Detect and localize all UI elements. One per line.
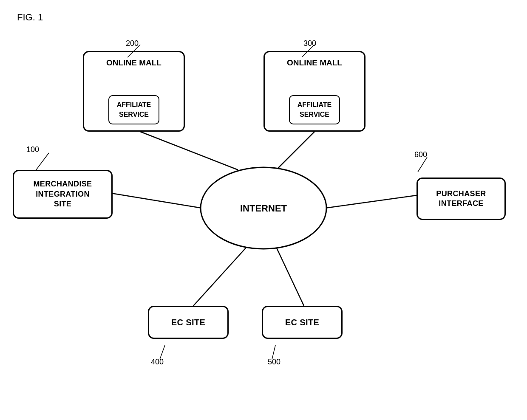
svg-text:INTERNET: INTERNET (240, 203, 287, 214)
svg-line-4 (193, 247, 246, 306)
svg-line-13 (418, 157, 427, 172)
ec-site-1-box: EC SITE (148, 306, 229, 339)
svg-line-1 (325, 195, 416, 208)
ref-400: 400 (151, 358, 164, 366)
affiliate-service-2-box: AFFILIATESERVICE (289, 95, 340, 124)
svg-line-5 (276, 247, 304, 306)
svg-line-0 (111, 193, 202, 208)
merchandise-integration-site-box: MERCHANDISEINTEGRATIONSITE (13, 170, 113, 219)
svg-line-2 (140, 132, 238, 170)
online-mall-2-title: ONLINE MALL (287, 58, 342, 68)
svg-line-3 (276, 132, 314, 170)
ref-200: 200 (126, 39, 139, 48)
ec-site-2-box: EC SITE (262, 306, 343, 339)
purchaser-interface-box: PURCHASERINTERFACE (416, 178, 506, 220)
online-mall-2-box: ONLINE MALL AFFILIATESERVICE (264, 51, 366, 132)
ref-100: 100 (26, 145, 39, 154)
svg-line-8 (36, 153, 49, 170)
online-mall-1-title: ONLINE MALL (106, 58, 162, 68)
online-mall-1-box: ONLINE MALL AFFILIATESERVICE (83, 51, 185, 132)
ref-600: 600 (414, 150, 427, 159)
ref-500: 500 (268, 358, 280, 366)
ref-300: 300 (303, 39, 316, 48)
figure-label: FIG. 1 (17, 12, 43, 23)
affiliate-service-1-box: AFFILIATESERVICE (108, 95, 160, 124)
